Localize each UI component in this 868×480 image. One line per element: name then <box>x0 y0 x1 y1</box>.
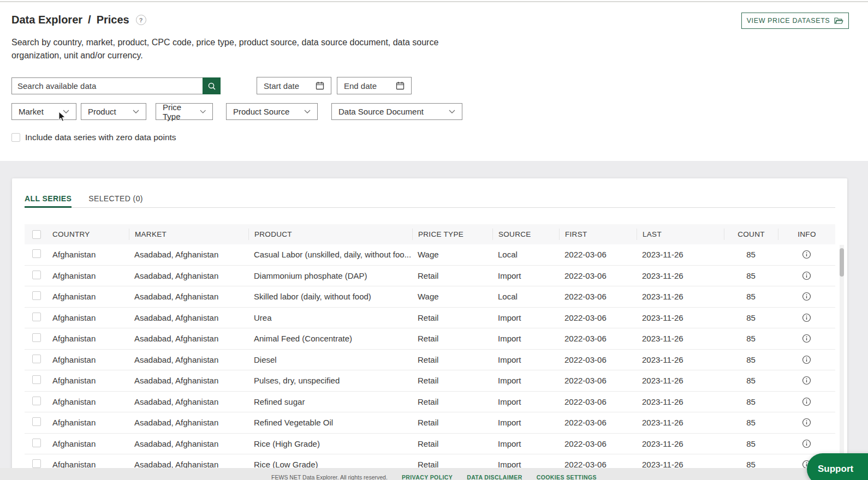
page: Data Explorer / Prices ? VIEW PRICE DATA… <box>0 0 868 480</box>
breadcrumb: Data Explorer / Prices ? <box>11 14 146 26</box>
row-checkbox[interactable] <box>32 459 41 468</box>
select-all-checkbox[interactable] <box>32 230 41 239</box>
table-row[interactable]: Afghanistan Asadabad, Afghanistan Diesel… <box>25 350 835 371</box>
calendar-icon <box>396 81 405 90</box>
row-checkbox[interactable] <box>32 397 41 405</box>
cell-price-type: Retail <box>412 418 492 427</box>
info-icon[interactable] <box>802 439 811 448</box>
row-checkbox[interactable] <box>32 333 41 342</box>
info-icon[interactable] <box>802 418 811 427</box>
cell-source: Import <box>492 334 559 343</box>
table-row[interactable]: Afghanistan Asadabad, Afghanistan Rice (… <box>25 434 835 455</box>
table-row[interactable]: Afghanistan Asadabad, Afghanistan Pulses… <box>25 370 835 392</box>
cell-market: Asadabad, Afghanistan <box>129 397 248 406</box>
table-row[interactable]: Afghanistan Asadabad, Afghanistan Urea R… <box>25 308 835 329</box>
info-icon[interactable] <box>802 292 811 301</box>
search-button[interactable] <box>203 77 221 94</box>
info-icon[interactable] <box>802 376 811 385</box>
cell-country: Afghanistan <box>52 271 129 280</box>
cell-last: 2023-11-26 <box>637 397 724 406</box>
cell-market: Asadabad, Afghanistan <box>129 439 248 448</box>
column-country: COUNTRY <box>52 229 129 240</box>
column-last: LAST <box>637 229 724 240</box>
cell-source: Import <box>492 397 559 406</box>
data-source-document-dropdown[interactable]: Data Source Document <box>331 103 462 120</box>
column-info: INFO <box>778 229 835 240</box>
cell-product: Pulses, dry, unspecified <box>248 376 412 385</box>
breadcrumb-separator: / <box>88 14 91 26</box>
cell-product: Skilled labor (daily, without food) <box>248 292 412 301</box>
product-dropdown-label: Product <box>88 107 116 116</box>
row-checkbox[interactable] <box>32 355 41 363</box>
cell-first: 2022-03-06 <box>559 439 637 448</box>
cell-market: Asadabad, Afghanistan <box>129 376 248 385</box>
include-zero-checkbox[interactable] <box>11 133 20 142</box>
product-source-dropdown[interactable]: Product Source <box>226 103 318 120</box>
table-header: COUNTRY MARKET PRODUCT PRICE TYPE SOURCE… <box>25 224 835 244</box>
cell-product: Refined sugar <box>248 397 412 406</box>
row-checkbox[interactable] <box>32 313 41 321</box>
price-type-dropdown[interactable]: Price Type <box>156 103 213 120</box>
column-source: SOURCE <box>492 229 559 240</box>
end-date-input[interactable]: End date <box>337 77 412 94</box>
data-source-document-dropdown-label: Data Source Document <box>338 107 424 116</box>
cell-product: Refined Vegetable Oil <box>248 418 412 427</box>
help-icon[interactable]: ? <box>136 15 146 25</box>
cell-first: 2022-03-06 <box>559 313 637 322</box>
info-icon[interactable] <box>802 397 811 406</box>
view-price-datasets-label: VIEW PRICE DATASETS <box>747 17 830 25</box>
table-row[interactable]: Afghanistan Asadabad, Afghanistan Diammo… <box>25 266 835 287</box>
start-date-placeholder: Start date <box>264 81 299 91</box>
table-body: Afghanistan Asadabad, Afghanistan Casual… <box>25 244 835 476</box>
support-button[interactable]: Support <box>807 453 868 480</box>
cell-country: Afghanistan <box>52 418 129 427</box>
cell-last: 2023-11-26 <box>637 334 724 343</box>
cell-product: Casual Labor (unskilled, daily, without … <box>248 250 412 259</box>
row-checkbox[interactable] <box>32 439 41 447</box>
view-price-datasets-button[interactable]: VIEW PRICE DATASETS <box>741 13 849 29</box>
cell-source: Import <box>492 271 559 280</box>
cell-product: Rice (High Grade) <box>248 439 412 448</box>
info-icon[interactable] <box>802 334 811 343</box>
calendar-icon <box>316 81 324 90</box>
cell-price-type: Retail <box>412 355 492 364</box>
row-checkbox[interactable] <box>32 417 41 426</box>
footer-link-cookies[interactable]: COOKIES SETTINGS <box>537 474 597 480</box>
scrollbar-thumb[interactable] <box>840 248 844 277</box>
table-row[interactable]: Afghanistan Asadabad, Afghanistan Refine… <box>25 412 835 434</box>
table-row[interactable]: Afghanistan Asadabad, Afghanistan Refine… <box>25 392 835 413</box>
chevron-down-icon <box>133 110 139 113</box>
product-dropdown[interactable]: Product <box>81 103 146 120</box>
search-input[interactable] <box>11 77 203 94</box>
cell-country: Afghanistan <box>52 334 129 343</box>
table-scrollbar[interactable] <box>840 245 844 480</box>
table-row[interactable]: Afghanistan Asadabad, Afghanistan Casual… <box>25 244 835 266</box>
row-checkbox[interactable] <box>32 271 41 279</box>
cell-count: 85 <box>724 439 778 448</box>
cell-count: 85 <box>724 355 778 364</box>
cell-product: Urea <box>248 313 412 322</box>
cell-market: Asadabad, Afghanistan <box>129 271 248 280</box>
row-checkbox[interactable] <box>32 375 41 384</box>
row-checkbox[interactable] <box>32 249 41 258</box>
info-icon[interactable] <box>802 313 811 322</box>
row-checkbox[interactable] <box>32 291 41 300</box>
chevron-down-icon <box>63 110 69 113</box>
footer-link-disclaimer[interactable]: DATA DISCLAIMER <box>467 474 522 480</box>
info-icon[interactable] <box>802 355 811 364</box>
tab-selected[interactable]: SELECTED (0) <box>88 189 143 208</box>
breadcrumb-root[interactable]: Data Explorer <box>11 14 82 26</box>
table-row[interactable]: Afghanistan Asadabad, Afghanistan Animal… <box>25 328 835 350</box>
chevron-down-icon <box>200 110 206 113</box>
table-row[interactable]: Afghanistan Asadabad, Afghanistan Skille… <box>25 286 835 308</box>
tab-all-series[interactable]: ALL SERIES <box>25 189 72 208</box>
info-icon[interactable] <box>802 271 811 280</box>
cell-last: 2023-11-26 <box>637 439 724 448</box>
column-price-type: PRICE TYPE <box>412 229 492 240</box>
footer-link-privacy[interactable]: PRIVACY POLICY <box>402 474 453 480</box>
cell-last: 2023-11-26 <box>637 292 724 301</box>
start-date-input[interactable]: Start date <box>257 77 331 94</box>
cell-count: 85 <box>724 397 778 406</box>
market-dropdown[interactable]: Market <box>11 103 76 120</box>
info-icon[interactable] <box>802 250 811 259</box>
